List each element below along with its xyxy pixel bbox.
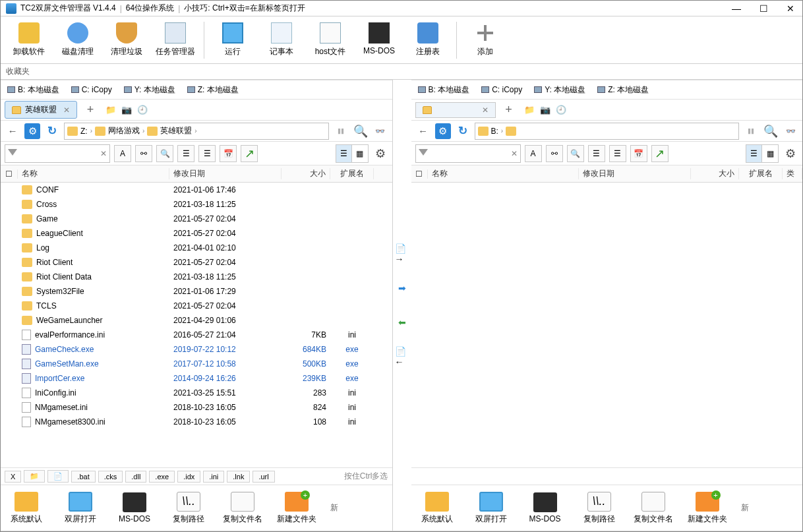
tab-close-icon[interactable]: ✕ xyxy=(482,105,489,115)
filter-button[interactable]: .dll xyxy=(125,471,146,483)
file-row[interactable]: Riot Client Data 2021-03-18 11:25 xyxy=(1,270,392,284)
column-ext-r[interactable]: 扩展名 xyxy=(739,168,783,179)
sys-default-button[interactable]: 系统默认 xyxy=(6,492,47,525)
copy-name-button-r[interactable]: 复制文件名 xyxy=(633,492,674,525)
file-row[interactable]: ImportCer.exe 2014-09-24 16:26 239KB exe xyxy=(1,371,392,386)
dual-open-button-r[interactable]: 双屏打开 xyxy=(471,492,512,525)
drive-y[interactable]: Y: 本地磁盘 xyxy=(124,84,175,96)
search-icon[interactable]: 🔍 xyxy=(353,123,369,139)
disk-clean-button[interactable]: 磁盘清理 xyxy=(57,22,98,57)
binoculars-icon[interactable]: 👓 xyxy=(372,123,388,139)
filter-button[interactable]: X xyxy=(5,471,21,483)
file-row[interactable]: WeGameLauncher 2021-04-29 01:06 xyxy=(1,313,392,328)
task-manager-button[interactable]: 任务管理器 xyxy=(155,22,196,57)
view-tool-cal-r[interactable]: 📅 xyxy=(630,145,647,162)
filter-button[interactable]: .bat xyxy=(71,471,95,483)
view-tiles-icon[interactable]: ▦ xyxy=(352,145,368,162)
filter-button[interactable]: .idx xyxy=(177,471,200,483)
clear-icon[interactable]: ✕ xyxy=(100,149,107,158)
move-right-button[interactable]: ➡ xyxy=(395,281,409,295)
hscrollbar-left[interactable] xyxy=(1,456,392,467)
copy-left-button[interactable]: 📄← xyxy=(395,349,409,364)
file-row[interactable]: LeagueClient 2021-05-27 02:04 xyxy=(1,226,392,241)
dual-open-button[interactable]: 双屏打开 xyxy=(60,492,101,525)
file-row[interactable]: TCLS 2021-05-27 02:04 xyxy=(1,299,392,313)
maximize-button[interactable]: ☐ xyxy=(759,3,768,14)
drive-c-r[interactable]: C: iCopy xyxy=(481,85,522,94)
file-row[interactable]: System32File 2021-01-06 17:29 xyxy=(1,284,392,299)
view-tool-zoom[interactable]: 🔍 xyxy=(156,145,173,162)
column-ext[interactable]: 扩展名 xyxy=(330,168,374,179)
tab-tool-3[interactable]: 🕘 xyxy=(136,104,148,116)
column-type-r[interactable]: 类 xyxy=(783,168,802,179)
search-icon-r[interactable]: 🔍 xyxy=(763,123,779,139)
copy-path-button[interactable]: \\..复制路径 xyxy=(168,492,209,525)
column-date-r[interactable]: 修改日期 xyxy=(579,168,690,179)
copy-path-button-r[interactable]: \\..复制路径 xyxy=(579,492,620,525)
file-row[interactable]: Log 2021-04-01 02:10 xyxy=(1,241,392,255)
view-tool-list1[interactable]: ☰ xyxy=(177,145,194,162)
file-row[interactable]: Game 2021-05-27 02:04 xyxy=(1,212,392,226)
notepad-button[interactable]: 记事本 xyxy=(261,22,302,57)
drive-b-r[interactable]: B: 本地磁盘 xyxy=(418,84,470,96)
view-tool-export[interactable]: ↗ xyxy=(241,145,258,162)
column-date[interactable]: 修改日期 xyxy=(169,168,282,179)
barcode-icon[interactable]: ⦀⦀ xyxy=(333,123,349,139)
drive-y-r[interactable]: Y: 本地磁盘 xyxy=(534,84,585,96)
tab-active-right[interactable]: ✕ xyxy=(415,102,496,118)
filter-button[interactable]: 📄 xyxy=(47,470,69,483)
view-tiles-icon-r[interactable]: ▦ xyxy=(762,145,778,162)
view-details-icon-r[interactable]: ☰ xyxy=(746,145,762,162)
new-tab-button-r[interactable]: + xyxy=(502,103,516,117)
more-actions-r[interactable]: 新 xyxy=(741,502,749,514)
file-row[interactable]: NMgameset.ini 2018-10-23 16:05 824 ini xyxy=(1,400,392,415)
column-size[interactable]: 大小 xyxy=(282,168,330,179)
settings-button[interactable]: ⚙ xyxy=(24,123,40,139)
filter-input-r[interactable]: ✕ xyxy=(415,144,521,163)
drive-b[interactable]: B: 本地磁盘 xyxy=(7,84,59,96)
tab-close-icon[interactable]: ✕ xyxy=(63,105,70,115)
move-left-button[interactable]: ⬅ xyxy=(395,315,409,330)
msdos-action-button-r[interactable]: MS-DOS xyxy=(525,492,566,523)
gear-icon-r[interactable]: ⚙ xyxy=(783,146,798,162)
filter-input[interactable]: ✕ xyxy=(5,144,110,163)
tab-tool-3-r[interactable]: 🕘 xyxy=(555,104,567,116)
file-list-left[interactable]: CONF 2021-01-06 17:46 Cross 2021-03-18 1… xyxy=(1,183,392,456)
file-list-right[interactable] xyxy=(411,183,803,456)
breadcrumb-left[interactable]: Z:› 网络游戏› 英雄联盟› xyxy=(64,123,329,140)
back-button[interactable]: ← xyxy=(5,123,20,139)
view-tool-list1-r[interactable]: ☰ xyxy=(588,145,605,162)
view-details-icon[interactable]: ☰ xyxy=(336,145,352,162)
filter-button[interactable]: .ini xyxy=(203,471,224,483)
file-row[interactable]: Cross 2021-03-18 11:25 xyxy=(1,197,392,212)
close-button[interactable]: ✕ xyxy=(787,3,794,14)
view-tool-font[interactable]: A xyxy=(114,145,131,162)
msdos-action-button[interactable]: MS-DOS xyxy=(114,492,155,523)
hscrollbar-right[interactable] xyxy=(411,456,803,467)
view-mode-buttons-r[interactable]: ☰ ▦ xyxy=(746,144,779,163)
settings-button-r[interactable]: ⚙ xyxy=(435,123,451,139)
run-button[interactable]: 运行 xyxy=(212,22,253,57)
drive-z[interactable]: Z: 本地磁盘 xyxy=(187,84,239,96)
hosts-button[interactable]: host文件 xyxy=(310,22,351,57)
copy-name-button[interactable]: 复制文件名 xyxy=(222,492,263,525)
file-row[interactable]: Riot Client 2021-05-27 02:04 xyxy=(1,255,392,270)
filter-button[interactable]: .exe xyxy=(149,471,175,483)
drive-c[interactable]: C: iCopy xyxy=(71,85,112,94)
filter-button[interactable]: .cks xyxy=(98,471,123,483)
breadcrumb-right[interactable]: B:› xyxy=(475,123,740,140)
minimize-button[interactable]: — xyxy=(732,3,741,14)
filter-button[interactable]: 📁 xyxy=(24,470,45,483)
view-mode-buttons[interactable]: ☰ ▦ xyxy=(336,144,369,163)
file-row[interactable]: CONF 2021-01-06 17:46 xyxy=(1,183,392,197)
column-size-r[interactable]: 大小 xyxy=(691,168,740,179)
barcode-icon-r[interactable]: ⦀⦀ xyxy=(743,123,759,139)
tab-tool-2-r[interactable]: 📷 xyxy=(539,104,551,116)
file-row[interactable]: GameSetMan.exe 2017-07-12 10:58 500KB ex… xyxy=(1,357,392,371)
binoculars-icon-r[interactable]: 👓 xyxy=(783,123,798,139)
new-tab-button[interactable]: + xyxy=(84,103,97,117)
column-name[interactable]: 名称 xyxy=(18,168,169,179)
refresh-button-r[interactable]: ↻ xyxy=(455,123,471,139)
tab-active-left[interactable]: 英雄联盟✕ xyxy=(5,101,77,119)
view-tool-cal[interactable]: 📅 xyxy=(220,145,237,162)
